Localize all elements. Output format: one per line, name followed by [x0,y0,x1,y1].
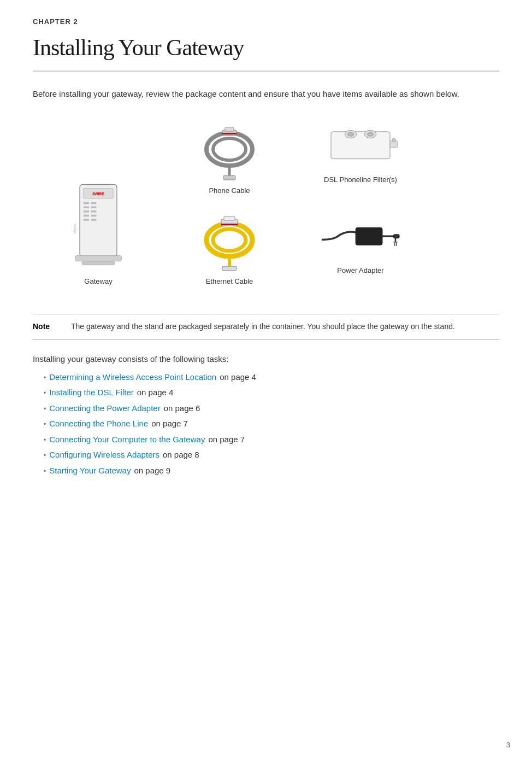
dsl-filter-icon [320,122,401,171]
ethernet-cable-label: Ethernet Cable [206,276,253,287]
svg-rect-5 [84,206,89,208]
chapter-label: CHAPTER 2 [33,16,499,27]
task-link[interactable]: Connecting the Phone Line [49,418,148,430]
svg-rect-36 [222,266,237,271]
dsl-filter-label: DSL Phoneline Filter(s) [324,174,397,185]
task-list-item: •Configuring Wireless Adapters on page 8 [44,449,499,461]
task-suffix: on page 4 [220,371,256,384]
note-section: Note The gateway and the stand are packa… [33,314,499,339]
task-list-item: •Connecting the Phone Line on page 7 [44,418,499,430]
svg-rect-37 [356,227,382,245]
page-title: Installing Your Gateway [33,31,499,72]
gateway-label: Gateway [84,276,112,287]
svg-rect-3 [84,202,89,203]
task-suffix: on page 7 [208,434,245,446]
bullet-icon: • [44,435,46,445]
bullet-icon: • [44,373,46,383]
svg-rect-14 [75,255,122,261]
svg-rect-20 [222,133,237,134]
svg-rect-34 [221,224,238,225]
power-adapter-icon [317,213,404,262]
gateway-icon: 8WIRE 8WIRE [60,180,137,273]
svg-rect-22 [223,175,235,180]
task-list-item: •Starting Your Gateway on page 9 [44,465,499,477]
bullet-icon: • [44,388,46,398]
svg-rect-10 [91,214,96,216]
items-grid: 8WIRE 8WIRE Gateway [38,116,499,292]
task-link[interactable]: Configuring Wireless Adapters [49,449,159,461]
phone-cable-icon [194,122,265,182]
note-label: Note [33,321,60,332]
svg-rect-33 [224,216,235,220]
svg-rect-39 [393,234,399,238]
task-suffix: on page 7 [151,418,188,430]
item-gateway: 8WIRE 8WIRE Gateway [38,116,158,292]
svg-rect-7 [84,210,89,212]
svg-rect-15 [82,261,115,265]
svg-rect-6 [91,206,96,208]
svg-rect-8 [91,210,96,212]
svg-rect-11 [84,219,89,220]
svg-point-27 [368,132,374,136]
bullet-icon: • [44,419,46,429]
item-dsl-filter: DSL Phoneline Filter(s) [300,116,421,202]
task-list: •Determining a Wireless Access Point Loc… [33,371,499,477]
item-ethernet-cable: Ethernet Cable [175,207,284,292]
svg-text:8WIRE: 8WIRE [92,192,104,196]
task-link[interactable]: Determining a Wireless Access Point Loca… [49,371,216,384]
power-adapter-label: Power Adapter [337,265,383,276]
task-suffix: on page 9 [134,465,170,477]
item-phone-cable: Phone Cable [175,116,284,202]
svg-rect-12 [91,219,96,220]
task-suffix: on page 4 [137,387,174,399]
svg-text:8WIRE: 8WIRE [73,223,76,233]
page-number: 3 [506,740,510,751]
task-list-item: •Connecting Your Computer to the Gateway… [44,434,499,446]
svg-rect-23 [331,132,390,159]
svg-point-31 [213,229,246,251]
task-list-item: •Connecting the Power Adapter on page 6 [44,402,499,415]
svg-rect-9 [84,214,89,216]
svg-rect-19 [225,127,234,131]
task-suffix: on page 8 [163,449,199,461]
task-link[interactable]: Connecting the Power Adapter [49,402,160,415]
bullet-icon: • [44,450,46,460]
phone-cable-label: Phone Cable [209,185,250,196]
svg-point-17 [213,138,246,160]
task-link[interactable]: Installing the DSL Filter [49,387,134,399]
svg-rect-29 [393,139,395,142]
task-list-item: •Determining a Wireless Access Point Loc… [44,371,499,384]
item-power-adapter: Power Adapter [300,207,421,292]
bullet-icon: • [44,466,46,476]
intro-text: Before installing your gateway, review t… [33,88,481,101]
ethernet-cable-icon [194,213,265,273]
task-link[interactable]: Connecting Your Computer to the Gateway [49,434,205,446]
task-list-item: •Installing the DSL Filter on page 4 [44,387,499,399]
note-text: The gateway and the stand are packaged s… [71,321,455,332]
task-link[interactable]: Starting Your Gateway [49,465,131,477]
bullet-icon: • [44,404,46,414]
svg-point-26 [348,132,354,136]
svg-rect-4 [91,202,96,203]
tasks-intro: Installing your gateway consists of the … [33,353,499,366]
task-suffix: on page 6 [164,402,200,415]
